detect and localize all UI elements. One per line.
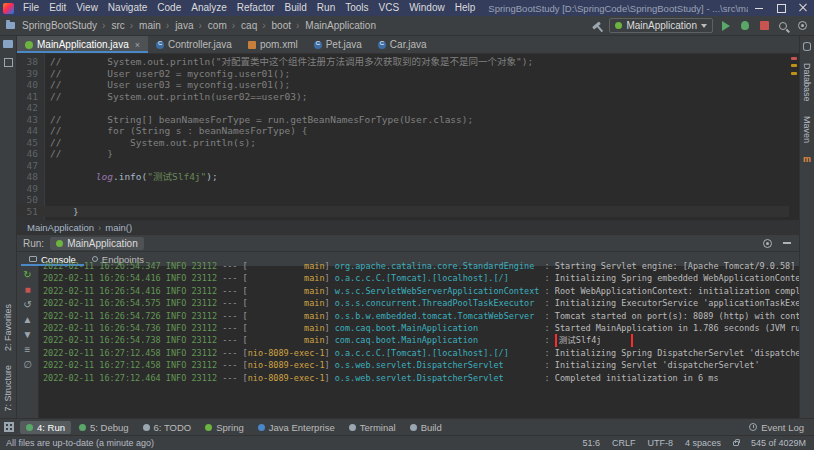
soft-wrap-icon[interactable]: ≡ [25,344,31,355]
menu-item[interactable]: Run [312,0,340,16]
toolwindow-button[interactable]: Java Enterprise [252,421,341,434]
event-log-button[interactable]: Event Log [743,421,810,434]
menu-item[interactable]: Tools [340,0,373,16]
run-session-label: MainApplication [67,238,138,249]
breadcrumb-item[interactable]: com [205,20,238,31]
settings-gear-icon[interactable] [796,20,808,32]
run-icon[interactable] [720,20,732,32]
toolwindow-button[interactable]: Build [404,421,448,434]
editor-tab[interactable]: pom.xml × [240,36,306,53]
editor-line: 45// System.out.println(s); [17,137,789,149]
scroll-up-icon[interactable]: ▲ [23,314,33,325]
menu-item[interactable]: Help [450,0,481,16]
menu-item[interactable]: Refactor [232,0,280,16]
run-configuration-label: MainApplication [626,20,697,31]
readonly-lock-icon[interactable] [733,441,739,446]
spring-boot-icon [615,22,622,29]
breadcrumb-item[interactable]: SpringBootStudy [19,20,108,31]
line-number: 40 [17,79,44,91]
structure-toolwindow-icon[interactable] [4,58,13,67]
toolwindow-button-icon [26,424,33,431]
editor-line: 42 [17,102,789,114]
breadcrumb-item[interactable]: main [136,20,172,31]
toolwindow-buttons-right: Event Log [743,421,810,434]
toolwindow-stripe-button[interactable]: 7: Structure [3,365,13,412]
breadcrumb-item[interactable]: boot [269,20,303,31]
line-separator[interactable]: CRLF [612,438,636,448]
menu-item[interactable]: Analyze [186,0,232,16]
debug-icon[interactable] [739,20,751,32]
toolwindow-button-label: Spring [216,422,243,433]
close-button[interactable] [792,0,814,16]
file-type-icon [378,41,386,49]
editor-line: 49 [17,183,789,195]
search-everywhere-icon[interactable] [777,20,789,32]
toolwindow-switcher-icon[interactable] [4,422,14,432]
stop-icon[interactable]: ■ [24,284,30,295]
run-settings-gear-icon[interactable] [761,237,773,249]
maximize-button[interactable] [770,0,792,16]
console-line: 2022-02-11 16:26:54.736 INFO 23112 --- [… [43,322,799,334]
toolwindow-stripe-button[interactable]: 2: Favorites [3,304,13,351]
editor-tab[interactable]: Controller.java × [148,36,240,53]
code-editor[interactable]: 38// System.out.println("对配置类中这个组件注册方法调用… [17,54,799,220]
stop-icon[interactable] [758,20,770,32]
menu-item[interactable]: Code [152,0,186,16]
console-line: 2022-02-11 16:26:54.416 INFO 23112 --- [… [43,285,799,297]
toolwindow-button[interactable]: Spring [199,421,249,434]
toolwindow-button[interactable]: 5: Debug [73,421,135,434]
restart-spring-icon[interactable]: ↺ [23,299,31,310]
hide-toolwindow-icon[interactable] [781,237,793,249]
memory-indicator[interactable]: 545 of 4029M [751,438,806,448]
maven-toolwindow-icon[interactable]: m [803,155,811,164]
line-number: 51 [17,206,44,218]
left-tool-stripe: 2: Favorites7: Structure [0,36,17,418]
breadcrumb-item[interactable]: caq [238,20,268,31]
scroll-down-icon[interactable]: ▼ [23,329,33,340]
menu-item[interactable]: Edit [44,0,71,16]
editor-tab-label: Controller.java [168,39,232,50]
toolwindow-button-label: 4: Run [37,422,65,433]
toolwindow-stripe-button[interactable]: Maven [802,116,812,143]
run-configuration-select[interactable]: MainApplication [609,18,713,33]
console-line: 2022-02-11 16:26:54.726 INFO 23112 --- [… [43,310,799,322]
breadcrumb-item[interactable]: java [172,20,205,31]
rerun-icon[interactable]: ↻ [23,269,31,280]
minimize-button[interactable] [748,0,770,16]
toolwindow-stripe-button[interactable]: Database [802,63,812,102]
caret-position[interactable]: 51:6 [582,438,600,448]
toolwindow-button[interactable]: 4: Run [20,421,71,434]
editor-line: 46// } [17,148,789,160]
toolwindow-button[interactable]: 6: TODO [137,421,198,434]
indent-style[interactable]: 4 spaces [685,438,721,448]
editor-scroll-markers[interactable] [789,54,799,220]
line-number: 48 [17,171,44,183]
editor-tab[interactable]: Car.java × [370,36,435,53]
editor-tab[interactable]: Pet.java × [306,36,370,53]
console-log[interactable]: 2022-02-11 16:26:54.347 INFO 23112 --- [… [39,260,799,418]
build-hammer-icon[interactable] [590,20,602,32]
chevron-down-icon [701,24,707,28]
editor-breadcrumb-item[interactable]: main() [103,222,134,233]
breadcrumb-item[interactable]: MainApplication [302,20,379,31]
breadcrumb: SpringBootStudysrcmainjavacomcaqbootMain… [19,20,379,31]
close-tab-icon[interactable]: × [135,41,140,49]
editor-tab[interactable]: MainApplication.java × [17,36,148,53]
clear-console-icon[interactable]: ∅ [23,359,32,370]
menu-item[interactable]: File [18,0,44,16]
editor-breadcrumb-item[interactable]: MainApplication [25,222,103,233]
menu-item[interactable]: Window [404,0,450,16]
run-session-tab[interactable]: MainApplication [50,237,144,250]
menu-item[interactable]: View [71,0,103,16]
project-toolwindow-icon[interactable] [3,40,13,48]
breadcrumb-item[interactable]: src [108,20,136,31]
file-encoding[interactable]: UTF-8 [647,438,673,448]
database-toolwindow-icon[interactable] [803,42,811,51]
editor-line: 38// System.out.println("对配置类中这个组件注册方法调用… [17,56,789,68]
intellij-logo-icon [3,3,14,14]
menu-item[interactable]: Navigate [103,0,152,16]
right-stripe-labels: DatabaseMaven [802,63,812,143]
toolwindow-button[interactable]: Terminal [343,421,402,434]
menu-item[interactable]: Build [280,0,312,16]
menu-item[interactable]: VCS [374,0,405,16]
